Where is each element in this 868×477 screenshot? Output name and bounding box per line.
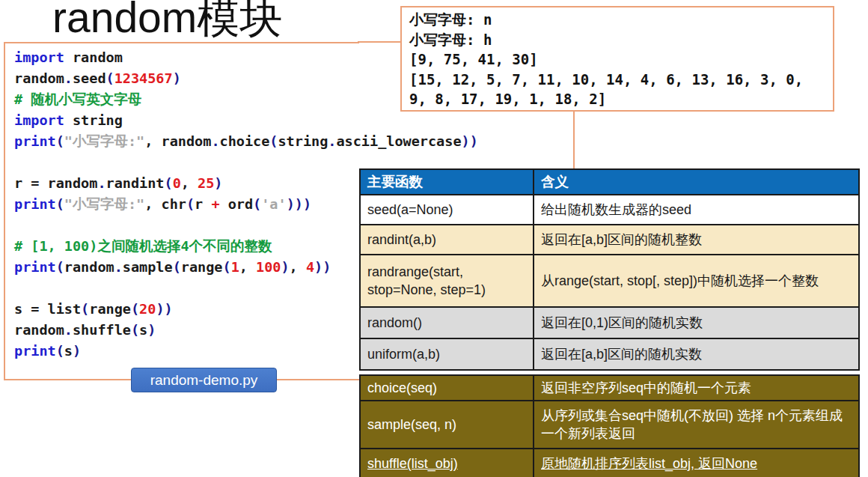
table-row: seed(a=None)给出随机数生成器的seed xyxy=(360,195,859,225)
table-cell-func: choice(seq) xyxy=(360,375,534,401)
table-body-lower: choice(seq)返回非空序列seq中的随机一个元素sample(seq, … xyxy=(360,375,859,477)
code-line xyxy=(14,278,359,299)
output-line: 小写字母: h xyxy=(409,30,825,50)
code-line: # [1, 100)之间随机选择4个不同的整数 xyxy=(14,236,359,257)
table-cell-meaning: 返回在[0,1)区间的随机实数 xyxy=(534,307,859,338)
table-cell-func: randrange(start, stop=None, step=1) xyxy=(360,255,534,307)
table-row: sample(seq, n)从序列或集合seq中随机(不放回) 选择 n个元素组… xyxy=(360,401,859,449)
code-line: import string xyxy=(14,110,359,131)
code-line: random.seed(1234567) xyxy=(14,68,359,89)
table-cell-func: sample(seq, n) xyxy=(360,401,534,449)
code-line: print("小写字母:", chr(r + ord('a'))) xyxy=(14,194,359,215)
table-row: randint(a,b)返回在[a,b]区间的随机整数 xyxy=(360,225,859,255)
table-cell-func: shuffle(list_obj) xyxy=(360,449,534,477)
connector-code-to-output xyxy=(358,41,400,43)
program-output-box: 小写字母: n小写字母: h[9, 75, 41, 30][15, 12, 5,… xyxy=(400,6,834,112)
code-line: print(s) xyxy=(14,341,359,362)
table-cell-meaning: 原地随机排序列表list_obj, 返回None xyxy=(534,449,859,477)
table-cell-meaning: 从range(start, stop[, step])中随机选择一个整数 xyxy=(534,255,859,307)
table-row: random()返回在[0,1)区间的随机实数 xyxy=(360,307,859,338)
code-box: import randomrandom.seed(1234567)# 随机小写英… xyxy=(4,42,359,380)
table-row: randrange(start, stop=None, step=1)从rang… xyxy=(360,255,859,307)
code-line: r = random.randint(0, 25) xyxy=(14,173,359,194)
table-cell-meaning: 返回在[a,b]区间的随机实数 xyxy=(534,338,859,370)
filename-badge: random-demo.py xyxy=(131,368,277,392)
output-line: 小写字母: n xyxy=(409,10,825,30)
code-line: import random xyxy=(14,47,359,68)
table-cell-func: randint(a,b) xyxy=(360,225,534,255)
output-line: [15, 12, 5, 7, 11, 10, 14, 4, 6, 13, 16,… xyxy=(409,70,825,90)
code-content: import randomrandom.seed(1234567)# 随机小写英… xyxy=(5,43,359,362)
table-row: shuffle(list_obj)原地随机排序列表list_obj, 返回Non… xyxy=(360,449,859,477)
table-cell-meaning: 给出随机数生成器的seed xyxy=(534,195,859,225)
function-table-wrap: 主要函数 含义 seed(a=None)给出随机数生成器的seedrandint… xyxy=(359,168,858,477)
table-cell-func: seed(a=None) xyxy=(360,195,534,225)
code-line: random.shuffle(s) xyxy=(14,320,359,341)
code-line xyxy=(14,215,359,236)
table-header-meaning: 含义 xyxy=(534,169,859,195)
connector-output-to-table xyxy=(573,110,575,168)
code-line xyxy=(14,152,359,173)
table-cell-meaning: 返回非空序列seq中的随机一个元素 xyxy=(534,375,859,401)
table-row: choice(seq)返回非空序列seq中的随机一个元素 xyxy=(360,375,859,401)
table-header-row: 主要函数 含义 xyxy=(360,169,859,195)
table-cell-meaning: 返回在[a,b]区间的随机整数 xyxy=(534,225,859,255)
table-cell-func: uniform(a,b) xyxy=(360,338,534,370)
table-header-func: 主要函数 xyxy=(360,169,534,195)
function-table-upper: 主要函数 含义 seed(a=None)给出随机数生成器的seedrandint… xyxy=(359,168,860,371)
table-cell-func: random() xyxy=(360,307,534,338)
table-body-upper: seed(a=None)给出随机数生成器的seedrandint(a,b)返回在… xyxy=(360,195,859,370)
code-line: print(random.sample(range(1, 100), 4)) xyxy=(14,257,359,278)
table-cell-meaning: 从序列或集合seq中随机(不放回) 选择 n个元素组成一个新列表返回 xyxy=(534,401,859,449)
page-title: random模块 xyxy=(52,0,282,47)
code-line: print("小写字母:", random.choice(string.asci… xyxy=(14,131,359,152)
code-line: # 随机小写英文字母 xyxy=(14,89,359,110)
table-row: uniform(a,b)返回在[a,b]区间的随机实数 xyxy=(360,338,859,370)
slide: random模块 import randomrandom.seed(123456… xyxy=(0,0,868,477)
function-table-lower: choice(seq)返回非空序列seq中的随机一个元素sample(seq, … xyxy=(359,374,860,477)
output-line: [9, 75, 41, 30] xyxy=(409,49,825,70)
code-line: s = list(range(20)) xyxy=(14,299,359,320)
output-line: 9, 8, 17, 19, 1, 18, 2] xyxy=(409,89,825,109)
